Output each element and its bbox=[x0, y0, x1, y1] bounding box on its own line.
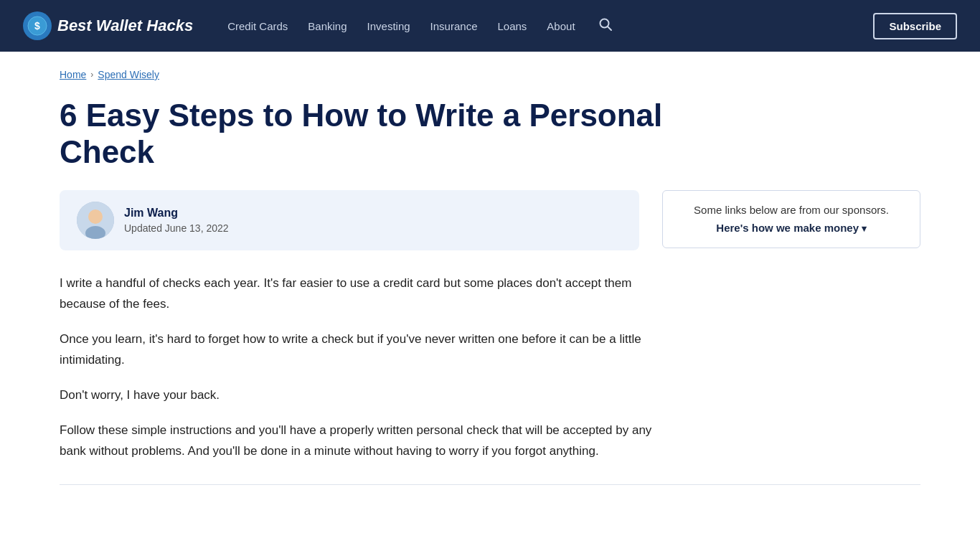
search-icon[interactable] bbox=[598, 17, 613, 35]
sponsor-link[interactable]: Here's how we make money bbox=[716, 222, 866, 234]
paragraph-2: Once you learn, it's hard to forget how … bbox=[60, 329, 677, 371]
avatar bbox=[77, 202, 114, 239]
nav-loans[interactable]: Loans bbox=[497, 20, 527, 32]
nav-banking[interactable]: Banking bbox=[308, 20, 347, 32]
nav-about[interactable]: About bbox=[547, 20, 575, 32]
main-nav: Credit Cards Banking Investing Insurance… bbox=[227, 17, 850, 35]
meta-row: Jim Wang Updated June 13, 2022 Some link… bbox=[60, 190, 920, 250]
author-info: Jim Wang Updated June 13, 2022 bbox=[124, 207, 229, 234]
sponsor-notice: Some links below are from our sponsors. bbox=[680, 204, 903, 216]
svg-text:$: $ bbox=[34, 20, 40, 32]
site-header: $ Best Wallet Hacks Credit Cards Banking… bbox=[0, 0, 980, 52]
article-title: 6 Easy Steps to How to Write a Personal … bbox=[60, 98, 677, 170]
paragraph-4: Follow these simple instructions and you… bbox=[60, 420, 677, 462]
author-date: Updated June 13, 2022 bbox=[124, 222, 229, 234]
nav-insurance[interactable]: Insurance bbox=[430, 20, 478, 32]
svg-point-5 bbox=[88, 209, 103, 224]
nav-credit-cards[interactable]: Credit Cards bbox=[227, 20, 288, 32]
nav-investing[interactable]: Investing bbox=[367, 20, 410, 32]
breadcrumb-separator: › bbox=[90, 70, 93, 80]
logo-icon: $ bbox=[23, 11, 52, 40]
breadcrumb-current[interactable]: Spend Wisely bbox=[98, 69, 159, 80]
article-divider bbox=[60, 484, 920, 485]
paragraph-3: Don't worry, I have your back. bbox=[60, 385, 677, 406]
breadcrumb: Home › Spend Wisely bbox=[60, 69, 920, 80]
svg-line-3 bbox=[608, 27, 611, 30]
author-name: Jim Wang bbox=[124, 207, 229, 220]
breadcrumb-home[interactable]: Home bbox=[60, 69, 86, 80]
subscribe-button[interactable]: Subscribe bbox=[873, 13, 957, 39]
main-content: Home › Spend Wisely 6 Easy Steps to How … bbox=[0, 52, 980, 514]
sponsor-box: Some links below are from our sponsors. … bbox=[662, 190, 920, 248]
site-logo[interactable]: $ Best Wallet Hacks bbox=[23, 11, 193, 40]
article-body: I write a handful of checks each year. I… bbox=[60, 273, 677, 461]
author-card: Jim Wang Updated June 13, 2022 bbox=[60, 190, 639, 250]
logo-text: Best Wallet Hacks bbox=[57, 17, 193, 35]
paragraph-1: I write a handful of checks each year. I… bbox=[60, 273, 677, 315]
